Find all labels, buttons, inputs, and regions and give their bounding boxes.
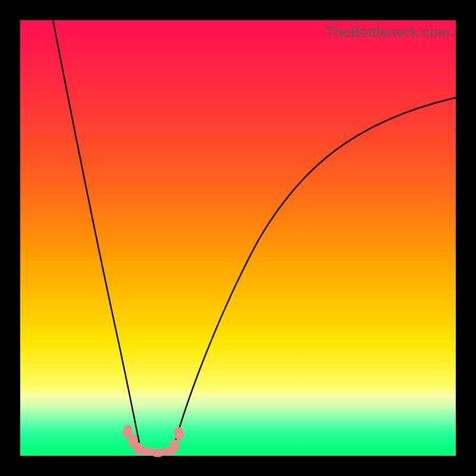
bottleneck-curve bbox=[53, 20, 456, 453]
chart-frame: TheBottleneck.com bbox=[0, 0, 476, 476]
curve-layer bbox=[20, 20, 456, 456]
marker-group bbox=[121, 424, 185, 457]
marker-dot bbox=[173, 426, 185, 441]
plot-area: TheBottleneck.com bbox=[20, 20, 456, 456]
marker-dot bbox=[152, 449, 164, 457]
marker-dot bbox=[141, 447, 153, 456]
